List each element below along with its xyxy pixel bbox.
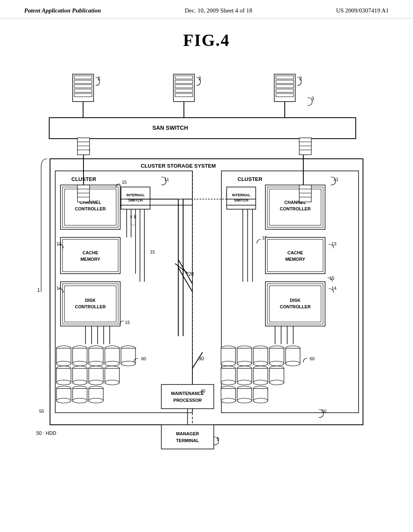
cluster-storage-label: CLUSTER STORAGE SYSTEM (141, 163, 216, 169)
svg-point-63 (121, 361, 136, 366)
main-diagram: 2 2 2 3 SAN SWITCH 4 4 (25, 58, 388, 509)
server-left: 2 (73, 74, 100, 102)
svg-point-60 (105, 361, 119, 366)
manager-terminal-label: MANAGER (176, 431, 199, 436)
svg-text:CONTROLLER: CONTROLLER (280, 304, 311, 309)
svg-point-72 (89, 380, 103, 385)
cache-memory-left-label: CACHE (82, 250, 98, 255)
ref-20: 20 (188, 271, 194, 277)
svg-rect-30 (299, 138, 311, 155)
hdd-label: 50 : HDD (36, 430, 56, 436)
svg-point-51 (56, 361, 71, 366)
svg-point-113 (286, 361, 300, 366)
svg-rect-139 (161, 384, 214, 409)
server-middle: 2 (173, 74, 201, 102)
svg-rect-168 (77, 185, 90, 202)
internal-switch-right-label: INTERNAL (232, 193, 250, 197)
svg-rect-26 (77, 138, 90, 155)
svg-point-84 (89, 398, 103, 403)
ref-13-right: 13 (332, 241, 336, 246)
ref-60-right: 60 (310, 356, 315, 361)
san-switch-label: SAN SWITCH (152, 125, 188, 131)
header-date-sheet: Dec. 10, 2009 Sheet 4 of 18 (185, 7, 252, 14)
internal-switch-left-label: INTERNAL (126, 193, 145, 197)
header-publication: Patent Application Publication (24, 7, 101, 14)
svg-rect-172 (299, 185, 311, 202)
svg-point-119 (237, 380, 252, 385)
svg-point-57 (89, 361, 103, 366)
svg-point-110 (269, 361, 284, 366)
svg-point-75 (105, 380, 119, 385)
svg-text:CONTROLLER: CONTROLLER (280, 206, 311, 211)
svg-point-134 (253, 398, 268, 403)
disk-ctrl-left-label: DISK (85, 298, 96, 303)
svg-rect-143 (161, 425, 214, 449)
diagram-container: 2 2 2 3 SAN SWITCH 4 4 (25, 58, 388, 509)
ref-3: 3 (311, 96, 314, 102)
svg-text:CONTROLLER: CONTROLLER (75, 304, 106, 309)
svg-rect-97 (269, 286, 321, 322)
cache-memory-right-label: CACHE (287, 250, 303, 255)
ref-5: 5 (217, 436, 219, 442)
svg-point-69 (73, 380, 87, 385)
svg-point-101 (221, 361, 236, 366)
ref-15-3: 15 (125, 320, 130, 325)
svg-point-54 (73, 361, 87, 366)
ref-60-left: 60 (141, 356, 146, 361)
ref-14-left: 14 (56, 286, 61, 291)
svg-rect-43 (63, 239, 118, 272)
page-header: Patent Application Publication Dec. 10, … (0, 0, 413, 19)
ref-1: 1 (37, 287, 40, 293)
figure-title: FIG.4 (0, 31, 413, 50)
svg-rect-21 (49, 118, 356, 139)
svg-point-128 (221, 398, 236, 403)
ref-50: 50 (321, 409, 326, 414)
svg-point-66 (56, 380, 71, 385)
ref-15-1: 15 (122, 180, 127, 185)
svg-point-131 (237, 398, 252, 403)
ellipsis-label: ... (131, 221, 135, 227)
svg-point-104 (237, 361, 252, 366)
svg-text:MEMORY: MEMORY (80, 257, 100, 262)
ref-14-right: 14 (332, 286, 336, 291)
svg-point-78 (56, 398, 71, 403)
svg-text:MEMORY: MEMORY (285, 257, 305, 262)
maintenance-proc-label: MAINTENANCE (171, 391, 204, 396)
svg-text:CONTROLLER: CONTROLLER (75, 206, 106, 211)
cluster-right-label: CLUSTER (238, 176, 263, 182)
svg-point-122 (253, 380, 268, 385)
svg-text:TERMINAL: TERMINAL (176, 438, 199, 443)
header-patent-number: US 2009/0307419 A1 (336, 7, 389, 14)
svg-rect-47 (65, 286, 116, 322)
svg-point-125 (269, 380, 284, 385)
disk-ctrl-right-label: DISK (290, 298, 300, 303)
ref-15-2: 15 (150, 249, 155, 254)
svg-point-116 (221, 380, 236, 385)
ref-40: 40 (200, 389, 205, 393)
svg-point-81 (73, 398, 87, 403)
ref-50-hdd: 50 (39, 409, 44, 414)
svg-text:PROCESSOR: PROCESSOR (173, 398, 202, 403)
server-right: 2 3 (274, 74, 314, 106)
svg-point-107 (253, 361, 268, 366)
svg-rect-93 (267, 239, 323, 272)
ref-13-left: 13 (56, 241, 61, 246)
